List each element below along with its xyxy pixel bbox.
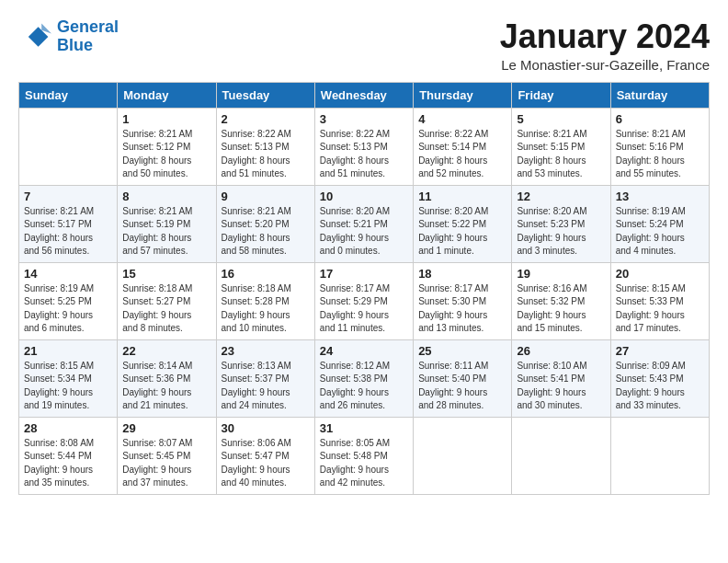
- day-cell: 13Sunrise: 8:19 AM Sunset: 5:24 PM Dayli…: [610, 185, 709, 262]
- day-cell: 10Sunrise: 8:20 AM Sunset: 5:21 PM Dayli…: [314, 185, 413, 262]
- day-number: 26: [517, 344, 605, 358]
- day-cell: 12Sunrise: 8:20 AM Sunset: 5:23 PM Dayli…: [512, 185, 610, 262]
- day-info: Sunrise: 8:17 AM Sunset: 5:30 PM Dayligh…: [418, 282, 506, 336]
- day-info: Sunrise: 8:12 AM Sunset: 5:38 PM Dayligh…: [320, 360, 408, 413]
- week-row-2: 7Sunrise: 8:21 AM Sunset: 5:17 PM Daylig…: [19, 185, 710, 262]
- day-info: Sunrise: 8:22 AM Sunset: 5:13 PM Dayligh…: [222, 128, 310, 181]
- calendar-subtitle: Le Monastier-sur-Gazeille, France: [500, 57, 710, 73]
- day-number: 11: [418, 190, 506, 203]
- day-info: Sunrise: 8:11 AM Sunset: 5:40 PM Dayligh…: [418, 360, 506, 413]
- day-cell: 29Sunrise: 8:07 AM Sunset: 5:45 PM Dayli…: [118, 417, 216, 494]
- day-cell: 30Sunrise: 8:06 AM Sunset: 5:47 PM Dayli…: [216, 417, 314, 494]
- day-cell: 9Sunrise: 8:21 AM Sunset: 5:20 PM Daylig…: [216, 185, 314, 262]
- day-number: 29: [122, 421, 210, 435]
- day-info: Sunrise: 8:09 AM Sunset: 5:43 PM Dayligh…: [616, 360, 704, 413]
- day-cell: 26Sunrise: 8:10 AM Sunset: 5:41 PM Dayli…: [512, 339, 610, 417]
- weekday-header-sunday: Sunday: [19, 82, 118, 108]
- day-info: Sunrise: 8:18 AM Sunset: 5:27 PM Dayligh…: [122, 282, 210, 336]
- day-number: 3: [320, 112, 408, 126]
- day-info: Sunrise: 8:15 AM Sunset: 5:34 PM Dayligh…: [24, 360, 112, 413]
- day-info: Sunrise: 8:13 AM Sunset: 5:37 PM Dayligh…: [222, 360, 310, 413]
- weekday-header-thursday: Thursday: [414, 82, 512, 108]
- day-number: 31: [320, 421, 408, 435]
- day-info: Sunrise: 8:06 AM Sunset: 5:47 PM Dayligh…: [222, 437, 310, 490]
- day-cell: [19, 108, 118, 185]
- logo-icon: [18, 20, 51, 53]
- day-cell: 14Sunrise: 8:19 AM Sunset: 5:25 PM Dayli…: [19, 262, 118, 339]
- day-info: Sunrise: 8:20 AM Sunset: 5:21 PM Dayligh…: [320, 205, 408, 259]
- day-number: 15: [122, 267, 210, 281]
- day-cell: 6Sunrise: 8:21 AM Sunset: 5:16 PM Daylig…: [610, 108, 709, 185]
- day-cell: 18Sunrise: 8:17 AM Sunset: 5:30 PM Dayli…: [414, 262, 512, 339]
- day-number: 30: [222, 421, 310, 435]
- day-info: Sunrise: 8:20 AM Sunset: 5:22 PM Dayligh…: [418, 205, 506, 259]
- day-number: 8: [122, 190, 210, 203]
- day-cell: 1Sunrise: 8:21 AM Sunset: 5:12 PM Daylig…: [118, 108, 216, 185]
- day-info: Sunrise: 8:05 AM Sunset: 5:48 PM Dayligh…: [320, 437, 408, 490]
- week-row-3: 14Sunrise: 8:19 AM Sunset: 5:25 PM Dayli…: [19, 262, 710, 339]
- weekday-header-friday: Friday: [512, 82, 610, 108]
- day-cell: 15Sunrise: 8:18 AM Sunset: 5:27 PM Dayli…: [118, 262, 216, 339]
- day-number: 23: [222, 344, 310, 358]
- day-cell: 5Sunrise: 8:21 AM Sunset: 5:15 PM Daylig…: [512, 108, 610, 185]
- day-number: 21: [24, 344, 112, 358]
- day-cell: 2Sunrise: 8:22 AM Sunset: 5:13 PM Daylig…: [216, 108, 314, 185]
- day-info: Sunrise: 8:07 AM Sunset: 5:45 PM Dayligh…: [122, 437, 210, 490]
- weekday-header-row: SundayMondayTuesdayWednesdayThursdayFrid…: [19, 82, 710, 108]
- week-row-1: 1Sunrise: 8:21 AM Sunset: 5:12 PM Daylig…: [19, 108, 710, 185]
- day-info: Sunrise: 8:22 AM Sunset: 5:13 PM Dayligh…: [320, 128, 408, 181]
- day-info: Sunrise: 8:20 AM Sunset: 5:23 PM Dayligh…: [517, 205, 605, 259]
- weekday-header-tuesday: Tuesday: [216, 82, 314, 108]
- day-info: Sunrise: 8:14 AM Sunset: 5:36 PM Dayligh…: [122, 360, 210, 413]
- day-cell: 31Sunrise: 8:05 AM Sunset: 5:48 PM Dayli…: [314, 417, 413, 494]
- day-cell: 3Sunrise: 8:22 AM Sunset: 5:13 PM Daylig…: [314, 108, 413, 185]
- logo-line1: General: [57, 17, 119, 36]
- day-info: Sunrise: 8:08 AM Sunset: 5:44 PM Dayligh…: [24, 437, 112, 490]
- day-cell: [610, 417, 709, 494]
- day-cell: 24Sunrise: 8:12 AM Sunset: 5:38 PM Dayli…: [314, 339, 413, 417]
- week-row-5: 28Sunrise: 8:08 AM Sunset: 5:44 PM Dayli…: [19, 417, 710, 494]
- day-cell: 21Sunrise: 8:15 AM Sunset: 5:34 PM Dayli…: [19, 339, 118, 417]
- day-cell: 7Sunrise: 8:21 AM Sunset: 5:17 PM Daylig…: [19, 185, 118, 262]
- day-info: Sunrise: 8:18 AM Sunset: 5:28 PM Dayligh…: [222, 282, 310, 336]
- day-cell: [512, 417, 610, 494]
- logo-line2: Blue: [57, 36, 93, 54]
- day-number: 4: [418, 112, 506, 126]
- day-cell: 4Sunrise: 8:22 AM Sunset: 5:14 PM Daylig…: [414, 108, 512, 185]
- day-number: 7: [24, 190, 112, 203]
- day-info: Sunrise: 8:21 AM Sunset: 5:17 PM Dayligh…: [24, 205, 112, 259]
- day-info: Sunrise: 8:21 AM Sunset: 5:19 PM Dayligh…: [122, 205, 210, 259]
- day-number: 14: [24, 267, 112, 281]
- day-number: 25: [418, 344, 506, 358]
- day-number: 9: [222, 190, 310, 203]
- day-cell: 23Sunrise: 8:13 AM Sunset: 5:37 PM Dayli…: [216, 339, 314, 417]
- day-cell: [414, 417, 512, 494]
- day-info: Sunrise: 8:19 AM Sunset: 5:25 PM Dayligh…: [24, 282, 112, 336]
- day-cell: 19Sunrise: 8:16 AM Sunset: 5:32 PM Dayli…: [512, 262, 610, 339]
- day-cell: 25Sunrise: 8:11 AM Sunset: 5:40 PM Dayli…: [414, 339, 512, 417]
- day-cell: 16Sunrise: 8:18 AM Sunset: 5:28 PM Dayli…: [216, 262, 314, 339]
- title-area: January 2024 Le Monastier-sur-Gazeille, …: [500, 18, 710, 73]
- day-number: 20: [616, 267, 704, 281]
- day-info: Sunrise: 8:16 AM Sunset: 5:32 PM Dayligh…: [517, 282, 605, 336]
- day-info: Sunrise: 8:19 AM Sunset: 5:24 PM Dayligh…: [616, 205, 704, 259]
- day-number: 2: [222, 112, 310, 126]
- day-number: 1: [122, 112, 210, 126]
- day-number: 5: [517, 112, 605, 126]
- logo-text: General Blue: [57, 18, 119, 55]
- day-cell: 28Sunrise: 8:08 AM Sunset: 5:44 PM Dayli…: [19, 417, 118, 494]
- day-info: Sunrise: 8:21 AM Sunset: 5:15 PM Dayligh…: [517, 128, 605, 181]
- day-number: 19: [517, 267, 605, 281]
- weekday-header-monday: Monday: [118, 82, 216, 108]
- day-info: Sunrise: 8:22 AM Sunset: 5:14 PM Dayligh…: [418, 128, 506, 181]
- weekday-header-wednesday: Wednesday: [314, 82, 413, 108]
- day-info: Sunrise: 8:21 AM Sunset: 5:16 PM Dayligh…: [616, 128, 704, 181]
- day-cell: 27Sunrise: 8:09 AM Sunset: 5:43 PM Dayli…: [610, 339, 709, 417]
- day-info: Sunrise: 8:21 AM Sunset: 5:20 PM Dayligh…: [222, 205, 310, 259]
- day-number: 12: [517, 190, 605, 203]
- page-container: General Blue January 2024 Le Monastier-s…: [18, 18, 710, 495]
- week-row-4: 21Sunrise: 8:15 AM Sunset: 5:34 PM Dayli…: [19, 339, 710, 417]
- day-number: 17: [320, 267, 408, 281]
- day-info: Sunrise: 8:15 AM Sunset: 5:33 PM Dayligh…: [616, 282, 704, 336]
- day-number: 18: [418, 267, 506, 281]
